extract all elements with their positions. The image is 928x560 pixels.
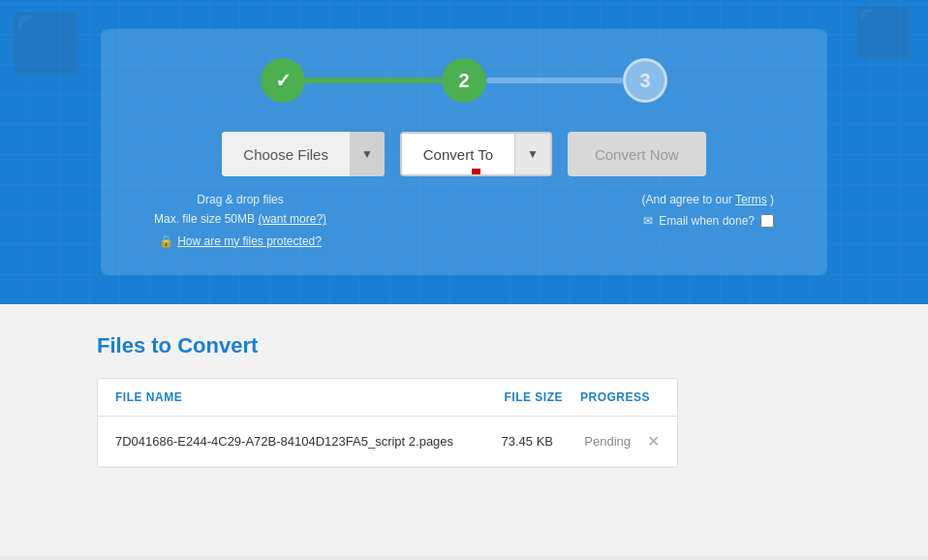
email-row: ✉ Email when done? bbox=[641, 211, 774, 233]
want-more-link[interactable]: (want more?) bbox=[258, 212, 326, 226]
info-row: Drag & drop files Max. file size 50MB (w… bbox=[149, 190, 779, 251]
table-row: 7D041686-E244-4C29-A72B-84104D123FA5_scr… bbox=[98, 417, 677, 467]
email-checkbox[interactable] bbox=[760, 214, 774, 228]
bg-icon-left: ⬛ bbox=[10, 10, 82, 78]
arrow-shaft bbox=[472, 169, 480, 176]
bottom-section: Files to Convert FILE NAME FILE SIZE PRO… bbox=[0, 304, 928, 556]
step-indicator: ✓ 2 3 bbox=[261, 58, 667, 103]
files-title: Files to Convert bbox=[97, 333, 831, 358]
choose-files-button[interactable]: Choose Files ▼ bbox=[222, 132, 384, 176]
red-arrow bbox=[458, 169, 493, 176]
choose-files-dropdown-icon: ▼ bbox=[350, 132, 385, 176]
cell-filesize: 73.45 KB bbox=[456, 434, 553, 449]
lock-icon: 🔒 bbox=[159, 232, 173, 251]
table-header: FILE NAME FILE SIZE PROGRESS bbox=[98, 379, 677, 417]
choose-files-label: Choose Files bbox=[222, 132, 350, 176]
bg-icon-right: ⬛ bbox=[853, 5, 913, 61]
col-filename-header: FILE NAME bbox=[115, 390, 466, 404]
top-section: ⬛ ⬛ ✓ 2 3 Choose Files ▼ Convert To bbox=[0, 0, 928, 304]
step-2-circle: 2 bbox=[442, 58, 486, 103]
step-3-circle: 3 bbox=[623, 58, 667, 103]
convert-to-dropdown-icon: ▼ bbox=[514, 134, 550, 174]
files-table: FILE NAME FILE SIZE PROGRESS 7D041686-E2… bbox=[97, 378, 678, 468]
main-card: ✓ 2 3 Choose Files ▼ Convert To ▼ bbox=[101, 29, 827, 275]
step-line-1-2 bbox=[305, 78, 442, 83]
convert-to-button[interactable]: Convert To ▼ bbox=[400, 132, 552, 176]
drag-drop-text: Drag & drop files bbox=[154, 190, 326, 209]
files-protected-link[interactable]: How are my files protected? bbox=[177, 232, 322, 251]
convert-now-button[interactable]: Convert Now bbox=[568, 132, 706, 176]
cell-progress: Pending bbox=[553, 434, 631, 449]
buttons-row: Choose Files ▼ Convert To ▼ Convert Now bbox=[222, 132, 705, 176]
step-1-circle: ✓ bbox=[261, 58, 305, 103]
cell-filename: 7D041686-E244-4C29-A72B-84104D123FA5_scr… bbox=[115, 433, 456, 451]
terms-text: (And agree to our Terms ) bbox=[641, 190, 774, 211]
files-protected-row: 🔒 How are my files protected? bbox=[154, 232, 326, 251]
step-line-2-3 bbox=[486, 78, 623, 83]
info-right: (And agree to our Terms ) ✉ Email when d… bbox=[641, 190, 774, 251]
email-icon: ✉ bbox=[643, 211, 653, 233]
terms-link[interactable]: Terms bbox=[735, 193, 767, 206]
col-progress-header: PROGRESS bbox=[563, 390, 660, 404]
col-filesize-header: FILE SIZE bbox=[466, 390, 563, 404]
info-left: Drag & drop files Max. file size 50MB (w… bbox=[154, 190, 326, 251]
remove-file-button[interactable]: ✕ bbox=[631, 432, 660, 451]
email-label: Email when done? bbox=[659, 211, 755, 233]
max-size-text: Max. file size 50MB (want more?) bbox=[154, 209, 326, 229]
